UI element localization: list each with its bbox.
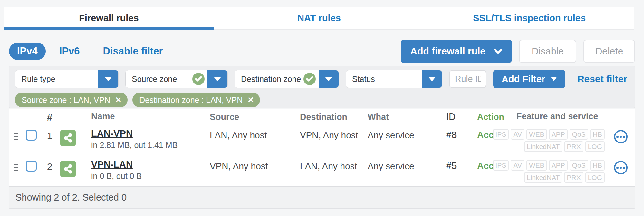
- rule-name-link[interactable]: VPN-LAN: [91, 160, 133, 169]
- rule-traffic-stats: in 2.81 MB, out 1.41 MB: [91, 141, 207, 149]
- feature-badge: PRX: [564, 141, 583, 152]
- rule-destination: LAN, Any host: [297, 160, 365, 172]
- ipv4-toggle[interactable]: IPv4: [9, 43, 46, 60]
- feature-badge: HB: [590, 129, 605, 140]
- row-count-summary: Showing 2 of 2. Selected 0: [15, 192, 127, 203]
- rule-type-dropdown[interactable]: Rule type: [15, 70, 119, 88]
- triangle-down-icon: [325, 77, 332, 81]
- dropdown-label: Source zone: [126, 74, 177, 84]
- tab-label: SSL/TLS inspection rules: [473, 13, 586, 24]
- status-dropdown[interactable]: Status: [346, 70, 442, 88]
- dropdown-arrow-button[interactable]: [207, 70, 227, 88]
- header-destination: Destination: [297, 111, 365, 122]
- add-filter-label: Add Filter: [502, 74, 545, 84]
- share-network-icon: [60, 161, 76, 177]
- drag-handle-icon[interactable]: [12, 132, 19, 141]
- share-network-icon: [60, 130, 76, 146]
- rule-position-number: 2: [40, 160, 59, 172]
- delete-button[interactable]: Delete: [583, 40, 635, 63]
- more-options-button[interactable]: [614, 130, 628, 143]
- firewall-rules-table: # Name Source Destination What ID Action…: [9, 109, 635, 209]
- drag-handle-icon[interactable]: [12, 163, 19, 172]
- rule-destination: VPN, Any host: [297, 129, 365, 141]
- feature-badge: LinkedNAT: [524, 172, 562, 183]
- disable-filter-link[interactable]: Disable filter: [103, 45, 163, 57]
- rule-traffic-stats: in 0 B, out 0 B: [91, 172, 207, 180]
- dropdown-arrow-button[interactable]: [98, 70, 118, 88]
- rule-id-input[interactable]: [449, 70, 486, 88]
- feature-badge: APP: [549, 160, 568, 171]
- tab-ssl-tls-inspection-rules[interactable]: SSL/TLS inspection rules: [424, 7, 634, 29]
- feature-badge: IPS: [493, 160, 509, 171]
- triangle-down-icon: [105, 77, 112, 81]
- table-row: 2 VPN-LAN in 0 B, out 0 B VPN, Any host …: [9, 155, 635, 186]
- feature-badge: QoS: [570, 160, 588, 171]
- header-id: ID: [442, 111, 475, 122]
- header-action: Action: [475, 111, 513, 122]
- rule-service: Any service: [365, 160, 442, 172]
- active-filter-chips: Source zone : LAN, VPN ✕ Destination zon…: [15, 93, 629, 107]
- feature-badge: IPS: [493, 129, 509, 140]
- dropdown-arrow-button[interactable]: [422, 70, 442, 88]
- tab-label: Firewall rules: [79, 13, 139, 24]
- remove-filter-icon[interactable]: ✕: [247, 96, 254, 104]
- header-number: #: [40, 111, 59, 123]
- table-footer: Showing 2 of 2. Selected 0: [9, 186, 635, 208]
- feature-badge: LOG: [585, 141, 605, 152]
- filter-chip-destination-zone: Destination zone : LAN, VPN ✕: [132, 93, 260, 107]
- rule-name-link[interactable]: LAN-VPN: [91, 129, 133, 138]
- source-zone-dropdown[interactable]: Source zone: [125, 70, 228, 88]
- filter-controls-row: Rule type Source zone Destination zone: [15, 70, 629, 88]
- tab-firewall-rules[interactable]: Firewall rules: [4, 7, 214, 29]
- feature-badge: WEB: [526, 129, 547, 140]
- triangle-down-icon: [551, 77, 557, 81]
- feature-badge: PRX: [564, 172, 583, 183]
- row-checkbox[interactable]: [26, 130, 37, 141]
- feature-badge: QoS: [570, 129, 588, 140]
- destination-zone-dropdown[interactable]: Destination zone: [235, 70, 339, 88]
- feature-badge: LinkedNAT: [524, 141, 562, 152]
- rule-id-number: #5: [442, 160, 475, 171]
- feature-badge: APP: [549, 129, 568, 140]
- feature-badge: LOG: [585, 172, 605, 183]
- rule-source: LAN, Any host: [207, 129, 297, 141]
- feature-badge: AV: [511, 129, 524, 140]
- table-row: 1 LAN-VPN in 2.81 MB, out 1.41 MB LAN, A…: [9, 124, 635, 155]
- active-tab-underline: [4, 27, 214, 30]
- dropdown-label: Status: [346, 74, 375, 84]
- table-body: 1 LAN-VPN in 2.81 MB, out 1.41 MB LAN, A…: [9, 124, 635, 186]
- disable-button[interactable]: Disable: [519, 40, 576, 63]
- rule-position-number: 1: [40, 129, 59, 141]
- triangle-down-icon: [214, 77, 221, 81]
- remove-filter-icon[interactable]: ✕: [115, 96, 121, 104]
- add-firewall-rule-button[interactable]: Add firewall rule: [401, 40, 512, 63]
- add-firewall-rule-label: Add firewall rule: [410, 46, 485, 57]
- dropdown-arrow-button[interactable]: [319, 70, 339, 88]
- row-checkbox[interactable]: [26, 161, 37, 172]
- table-header-row: # Name Source Destination What ID Action…: [9, 109, 635, 124]
- chevron-down-icon: [494, 48, 502, 54]
- feature-badge: HB: [590, 160, 605, 171]
- toolbar: IPv4 IPv6 Disable filter Add firewall ru…: [9, 39, 635, 63]
- filter-applied-check-icon: [192, 73, 205, 85]
- more-options-button[interactable]: [614, 161, 628, 174]
- reset-filter-link[interactable]: Reset filter: [577, 74, 629, 84]
- filter-chip-source-zone: Source zone : LAN, VPN ✕: [15, 93, 128, 107]
- feature-badges: IPSAVWEBAPPQoSHB LinkedNATPRXLOG: [513, 160, 607, 183]
- tab-label: NAT rules: [297, 13, 341, 24]
- dropdown-label: Destination zone: [235, 74, 301, 84]
- add-filter-button[interactable]: Add Filter: [493, 70, 565, 88]
- header-feature-and-service: Feature and service: [513, 112, 607, 122]
- triangle-down-icon: [428, 77, 436, 81]
- rule-source: VPN, Any host: [207, 160, 297, 172]
- rule-id-number: #8: [442, 129, 475, 140]
- header-source: Source: [207, 111, 297, 122]
- feature-badges: IPSAVWEBAPPQoSHB LinkedNATPRXLOG: [513, 129, 607, 152]
- header-name: Name: [91, 112, 207, 121]
- chip-label: Source zone : LAN, VPN: [22, 95, 110, 105]
- ipv6-toggle[interactable]: IPv6: [59, 45, 80, 57]
- chip-label: Destination zone : LAN, VPN: [139, 95, 243, 105]
- tab-nat-rules[interactable]: NAT rules: [214, 7, 425, 29]
- filter-panel: Rule type Source zone Destination zone: [9, 66, 635, 108]
- header-what: What: [365, 111, 442, 122]
